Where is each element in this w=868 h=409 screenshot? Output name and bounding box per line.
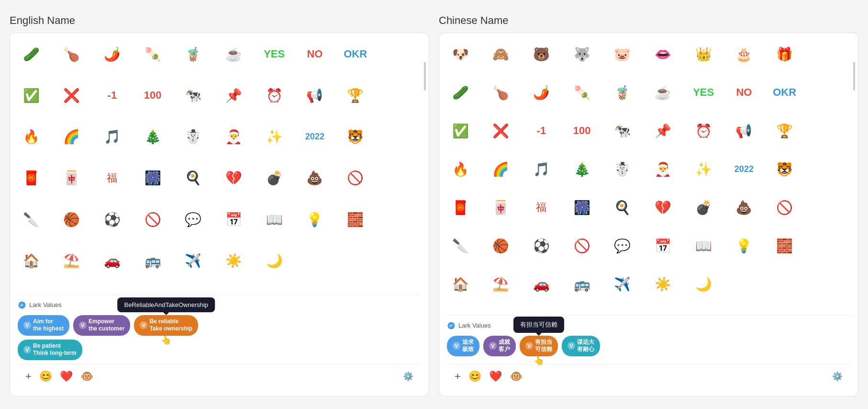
emoji-check[interactable]: ✅ (18, 82, 45, 109)
emoji-fireworks[interactable]: 🎆 (139, 165, 166, 192)
emoji-zh-cow[interactable]: 🐄 (609, 117, 636, 144)
emoji-zh-slash[interactable]: 🚫 (568, 233, 595, 260)
emoji-poop[interactable]: 💩 (301, 165, 328, 192)
emoji-zh-car[interactable]: 🚗 (528, 271, 555, 298)
emoji-zh-fireworks[interactable]: 🎆 (568, 194, 595, 221)
emoji-bus[interactable]: 🚌 (139, 247, 166, 274)
emoji-zh-no[interactable]: NO (731, 79, 757, 106)
emoji-zh-chest[interactable]: 🧱 (771, 233, 798, 260)
emoji-zh-sun[interactable]: ☀️ (649, 271, 676, 298)
emoji-zh-chicken[interactable]: 🍗 (488, 79, 514, 106)
emoji-zh-bulb[interactable]: 💡 (731, 233, 757, 260)
emoji-zh-yes[interactable]: YES (690, 79, 717, 106)
gear-button-zh[interactable]: ⚙️ (832, 371, 843, 382)
emoji-zh-chat[interactable]: 💬 (609, 233, 636, 260)
emoji-zh-rainbow[interactable]: 🌈 (488, 156, 514, 182)
emoji-zh-bus[interactable]: 🚌 (568, 271, 595, 298)
emoji-cross[interactable]: ❌ (58, 82, 85, 109)
emoji-zh-chili[interactable]: 🌶️ (528, 79, 555, 106)
emoji-zh-pan[interactable]: 🍳 (609, 194, 636, 221)
emoji-zh-music[interactable]: 🎵 (528, 156, 555, 182)
scrollbar-zh[interactable] (853, 62, 855, 91)
emoji-zh-mahjong[interactable]: 🀄 (488, 194, 514, 221)
chip-zh3[interactable]: V 有担当 可信赖 (520, 336, 558, 356)
chip-zh4[interactable]: V 谋远大 有耐心 (562, 336, 600, 356)
emoji-cow[interactable]: 🐄 (180, 82, 207, 109)
gear-button-en[interactable]: ⚙️ (403, 371, 413, 382)
emoji-zh-okr[interactable]: OKR (771, 79, 798, 106)
emoji-fire[interactable]: 🔥 (18, 124, 45, 150)
emoji-rainbow[interactable]: 🌈 (58, 124, 85, 150)
emoji-fu[interactable]: 福 (99, 165, 125, 192)
emoji-calendar[interactable]: 📅 (220, 206, 247, 233)
add-button-zh[interactable]: + (455, 370, 461, 383)
chip-reliable[interactable]: V Be reliable Take ownership (134, 315, 198, 336)
emoji-chicken[interactable]: 🍗 (58, 41, 85, 68)
emoji-year[interactable]: 2022 (301, 124, 328, 150)
emoji-chest[interactable]: 🧱 (342, 206, 369, 233)
emoji-zh-broken-heart[interactable]: 💔 (649, 194, 676, 221)
emoji-beach[interactable]: ⛱️ (58, 247, 85, 274)
chip-aim[interactable]: V Aim for the highest (18, 315, 69, 336)
emoji-zh-book[interactable]: 📖 (690, 233, 717, 260)
emoji-broken-heart[interactable]: 💔 (220, 165, 247, 192)
emoji-tree[interactable]: 🎄 (139, 124, 166, 150)
emoji-zh-pig[interactable]: 🐷 (609, 41, 636, 68)
emoji-zh-knife[interactable]: 🔪 (447, 233, 474, 260)
emoji-zh-moon[interactable]: 🌙 (690, 271, 717, 298)
emoji-chat[interactable]: 💬 (180, 206, 207, 233)
emoji-zh-bear[interactable]: 🐻 (528, 41, 555, 68)
avatar-button-zh[interactable]: 🐵 (510, 370, 523, 383)
chip-zh1[interactable]: V 追求 极致 (447, 336, 479, 356)
emoji-zh-plane[interactable]: ✈️ (609, 271, 636, 298)
emoji-boba[interactable]: 🧋 (180, 41, 207, 68)
emoji-megaphone[interactable]: 📢 (301, 82, 328, 109)
chip-zh2[interactable]: V 成就 客户 (483, 336, 516, 356)
emoji-zh-fire[interactable]: 🔥 (447, 156, 474, 182)
scrollbar-en[interactable] (424, 62, 426, 91)
emoji-tiger[interactable]: 🐯 (342, 124, 369, 150)
emoji-envelope[interactable]: 🧧 (18, 165, 45, 192)
emoji-zh-gift[interactable]: 🎁 (771, 41, 798, 68)
emoji-book[interactable]: 📖 (261, 206, 288, 233)
emoji-zh-envelope[interactable]: 🧧 (447, 194, 474, 221)
emoji-zh-santa[interactable]: 🎅 (649, 156, 676, 182)
emoji-plane[interactable]: ✈️ (180, 247, 207, 274)
emoji-car[interactable]: 🚗 (99, 247, 125, 274)
emoji-zh-boba[interactable]: 🧋 (609, 79, 636, 106)
emoji-zh-wolf[interactable]: 🐺 (568, 41, 595, 68)
emoji-music[interactable]: 🎵 (99, 124, 125, 150)
emoji-zh-pushpin[interactable]: 📌 (649, 117, 676, 144)
emoji-cucumber[interactable]: 🥒 (18, 41, 45, 68)
emoji-zh-trophy[interactable]: 🏆 (771, 117, 798, 144)
emoji-100[interactable]: 100 (139, 82, 166, 109)
emoji-zh-cucumber[interactable]: 🥒 (447, 79, 474, 106)
emoji-zh-beach[interactable]: ⛱️ (488, 271, 514, 298)
emoji-zh-fu[interactable]: 福 (528, 194, 555, 221)
emoji-zh-sparkle[interactable]: ✨ (690, 156, 717, 182)
emoji-zh-monkey[interactable]: 🙈 (488, 41, 514, 68)
emoji-zh-neg1[interactable]: -1 (528, 117, 555, 144)
emoji-trophy[interactable]: 🏆 (342, 82, 369, 109)
emoji-zh-coffee[interactable]: ☕ (649, 79, 676, 106)
emoji-zh-tree[interactable]: 🎄 (568, 156, 595, 182)
emoji-slash[interactable]: 🚫 (139, 206, 166, 233)
emoji-zh-lips[interactable]: 👄 (649, 41, 676, 68)
emoji-basketball[interactable]: 🏀 (58, 206, 85, 233)
chip-empower[interactable]: V Empower the customer (73, 315, 130, 336)
emoji-zh-dog[interactable]: 🐶 (447, 41, 474, 68)
emoji-zh-crown[interactable]: 👑 (690, 41, 717, 68)
emoji-sun[interactable]: ☀️ (220, 247, 247, 274)
emoji-zh-snowman[interactable]: ☃️ (609, 156, 636, 182)
emoji-alarm[interactable]: ⏰ (261, 82, 288, 109)
emoji-chili[interactable]: 🌶️ (99, 41, 125, 68)
emoji-snowman[interactable]: ☃️ (180, 124, 207, 150)
emoji-zh-cake[interactable]: 🎂 (731, 41, 757, 68)
emoji-zh-calendar[interactable]: 📅 (649, 233, 676, 260)
emoji-okr[interactable]: OKR (342, 41, 369, 68)
emoji-zh-house[interactable]: 🏠 (447, 271, 474, 298)
avatar-button-en[interactable]: 🐵 (80, 370, 93, 383)
emoji-zh-100[interactable]: 100 (568, 117, 595, 144)
emoji-neg1[interactable]: -1 (99, 82, 125, 109)
emoji-button-zh[interactable]: 😊 (468, 370, 481, 383)
